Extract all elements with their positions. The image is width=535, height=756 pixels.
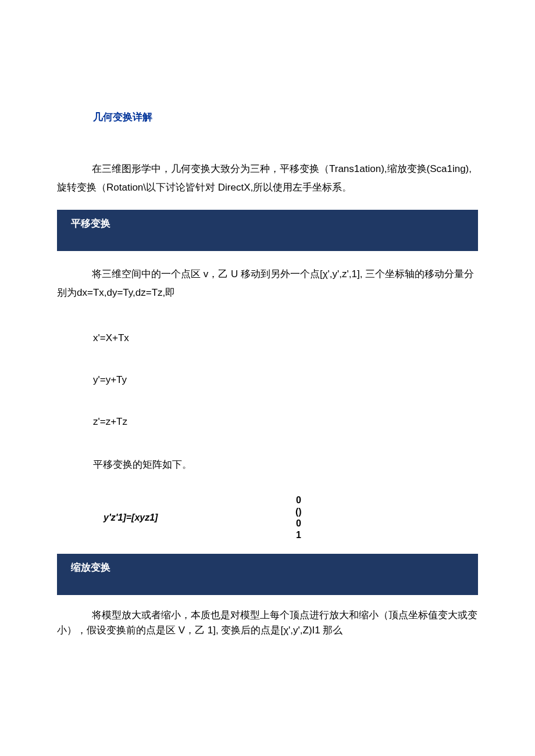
matrix-left-expr: y'z'1]=[xyz1] — [104, 513, 255, 523]
doc-title: 几何变换详解 — [93, 110, 478, 124]
translation-eq2: y'=y+Ty — [93, 374, 478, 386]
translation-para1: 将三维空间中的一个点区 v，乙 U 移动到另外一个点[χ',y',z',1], … — [57, 265, 478, 302]
intro-paragraph: 在三维图形学中，几何变换大致分为三种，平移变换（Trans1ation),缩放变… — [57, 160, 478, 197]
section-header-scaling: 缩放变换 — [57, 554, 478, 595]
translation-para2: 平移变换的矩阵如下。 — [93, 458, 478, 471]
translation-eq1: x'=X+Tx — [93, 332, 478, 344]
translation-eq3: z'=z+Tz — [93, 416, 478, 428]
translation-matrix: y'z'1]=[xyz1] 0 () 0 1 — [57, 495, 478, 541]
matrix-right-col: 0 () 0 1 — [295, 495, 302, 541]
scaling-para1: 将模型放大或者缩小，本质也是对模型上每个顶点进行放大和缩小（顶点坐标值变大或变小… — [57, 608, 478, 638]
section-header-translation: 平移变换 — [57, 210, 478, 251]
